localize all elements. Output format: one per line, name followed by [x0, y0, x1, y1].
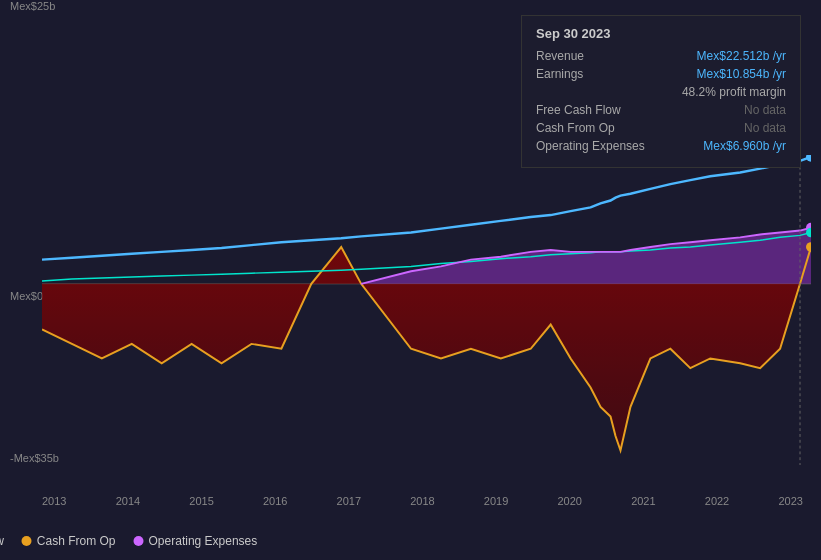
x-label-2023: 2023 [778, 495, 802, 507]
legend-cash-from-op[interactable]: Cash From Op [22, 534, 116, 548]
op-expenses-label: Operating Expenses [536, 139, 656, 153]
profit-margin-value: 48.2% profit margin [682, 85, 786, 99]
x-label-2018: 2018 [410, 495, 434, 507]
x-label-2016: 2016 [263, 495, 287, 507]
op-expenses-legend-label: Operating Expenses [149, 534, 258, 548]
info-box: Sep 30 2023 Revenue Mex$22.512b /yr Earn… [521, 15, 801, 168]
y-label-mid: Mex$0 [10, 290, 43, 302]
cash-from-op-value: No data [744, 121, 786, 135]
x-label-2017: 2017 [337, 495, 361, 507]
main-chart [42, 155, 811, 465]
cash-from-op-label: Cash From Op [536, 121, 656, 135]
earnings-label: Earnings [536, 67, 656, 81]
cash-from-op-legend-label: Cash From Op [37, 534, 116, 548]
x-label-2021: 2021 [631, 495, 655, 507]
free-cash-flow-row: Free Cash Flow No data [536, 103, 786, 117]
x-label-2020: 2020 [557, 495, 581, 507]
info-box-title: Sep 30 2023 [536, 26, 786, 41]
op-expenses-row: Operating Expenses Mex$6.960b /yr [536, 139, 786, 153]
revenue-row: Revenue Mex$22.512b /yr [536, 49, 786, 63]
x-label-2015: 2015 [189, 495, 213, 507]
free-cash-flow-label: Free Cash Flow [536, 103, 656, 117]
x-label-2013: 2013 [42, 495, 66, 507]
x-label-2014: 2014 [116, 495, 140, 507]
x-label-2019: 2019 [484, 495, 508, 507]
y-label-top: Mex$25b [10, 0, 55, 12]
x-label-2022: 2022 [705, 495, 729, 507]
revenue-value: Mex$22.512b /yr [697, 49, 786, 63]
legend-free-cash-flow[interactable]: Free Cash Flow [0, 534, 4, 548]
revenue-dot [806, 155, 811, 162]
revenue-label: Revenue [536, 49, 656, 63]
op-expenses-value: Mex$6.960b /yr [703, 139, 786, 153]
x-axis: 2013 2014 2015 2016 2017 2018 2019 2020 … [42, 495, 803, 507]
op-expenses-legend-dot [134, 536, 144, 546]
legend-op-expenses[interactable]: Operating Expenses [134, 534, 258, 548]
free-cash-flow-legend-label: Free Cash Flow [0, 534, 4, 548]
earnings-row: Earnings Mex$10.854b /yr [536, 67, 786, 81]
cash-from-op-legend-dot [22, 536, 32, 546]
cash-from-op-row: Cash From Op No data [536, 121, 786, 135]
profit-margin-row: 48.2% profit margin [536, 85, 786, 99]
free-cash-flow-value: No data [744, 103, 786, 117]
earnings-value: Mex$10.854b /yr [697, 67, 786, 81]
chart-legend: Revenue Earnings Free Cash Flow Cash Fro… [0, 534, 411, 548]
